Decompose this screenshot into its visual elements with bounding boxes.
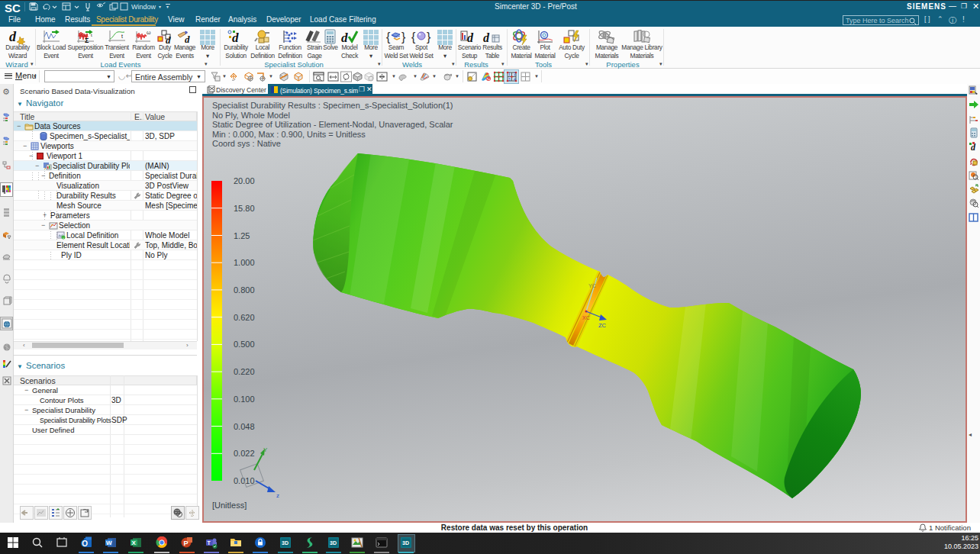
svg-text:1.000: 1.000 (234, 258, 255, 267)
svg-text:0.220: 0.220 (234, 367, 255, 376)
svg-text:T: T (208, 540, 211, 546)
svg-text:}: } (427, 31, 431, 43)
svg-text:3D: 3D (282, 540, 289, 546)
svg-text:1: 1 (508, 72, 511, 76)
svg-text:{: { (386, 31, 391, 43)
svg-text:d: d (9, 29, 17, 44)
svg-text:0.500: 0.500 (234, 340, 255, 349)
svg-text:0.800: 0.800 (234, 285, 255, 295)
svg-text:0.100: 0.100 (234, 395, 255, 404)
svg-text:W: W (106, 540, 112, 546)
svg-text:X: X (132, 540, 137, 546)
svg-text:t: t (91, 33, 92, 37)
svg-text:3: 3 (508, 77, 511, 82)
svg-text:{: { (411, 31, 416, 43)
svg-text:▾: ▾ (166, 5, 169, 9)
svg-text:P: P (184, 540, 189, 547)
svg-text:Window: Window (131, 3, 156, 11)
svg-text:}: } (401, 31, 406, 43)
svg-text:YC: YC (588, 283, 596, 288)
svg-text:d: d (341, 31, 348, 44)
svg-text:3D: 3D (330, 540, 337, 546)
svg-text:z: z (276, 492, 279, 499)
svg-text:15.80: 15.80 (234, 204, 255, 213)
svg-text:0.620: 0.620 (234, 313, 255, 322)
svg-text:20.00: 20.00 (234, 176, 255, 185)
svg-text:d: d (185, 34, 190, 44)
svg-text:d: d (467, 31, 474, 44)
svg-text:ZC: ZC (598, 322, 607, 329)
svg-text:O: O (82, 540, 88, 548)
svg-text:1.25: 1.25 (234, 231, 250, 240)
svg-text:0.048: 0.048 (234, 422, 255, 431)
svg-text:2: 2 (514, 72, 516, 76)
svg-text:XC: XC (582, 315, 590, 320)
svg-text:ω: ω (147, 30, 151, 35)
svg-text:0.022: 0.022 (234, 449, 255, 458)
svg-text:3D: 3D (402, 540, 409, 546)
svg-text:t: t (121, 34, 123, 39)
svg-text:4: 4 (514, 77, 516, 82)
svg-text:d: d (483, 31, 490, 44)
svg-text:▾: ▾ (159, 5, 161, 9)
svg-text:Y: Y (263, 446, 268, 453)
